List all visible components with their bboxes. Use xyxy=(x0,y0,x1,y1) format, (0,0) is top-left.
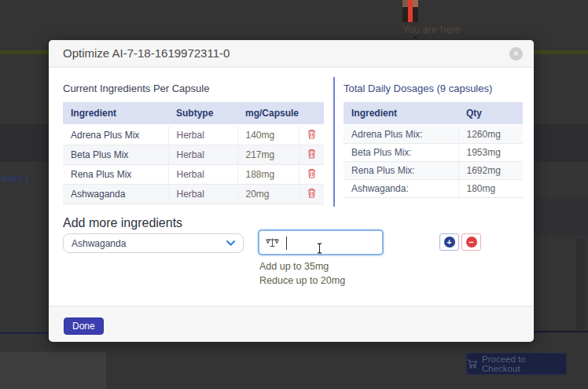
logo-left-cap xyxy=(402,0,408,7)
background-divider xyxy=(0,332,49,334)
proceed-to-checkout-button[interactable]: Proceed to Checkout xyxy=(466,353,567,375)
table-row: Rena Plus Mix: 1692mg xyxy=(344,162,523,180)
modal-header: Optimize AI-7-18-1619972311-0 ✕ xyxy=(49,40,534,68)
table-header-row: Ingredient Subtype mg/Capsule xyxy=(63,102,324,125)
modal-body: Current Ingredients Per Capsule Total Da… xyxy=(49,67,534,306)
delete-ingredient-icon[interactable] xyxy=(307,168,316,178)
amount-input[interactable] xyxy=(283,233,380,254)
ingredient-cell: Ashwaganda: xyxy=(344,180,458,198)
qty-cell: 1692mg xyxy=(458,162,523,180)
column-header: Qty xyxy=(458,102,523,125)
qty-cell: 1953mg xyxy=(458,144,523,162)
column-header: mg/Capsule xyxy=(237,102,299,125)
background-column xyxy=(576,238,585,330)
daily-dosages-heading: Total Daily Dosages (9 capsules) xyxy=(344,83,492,94)
ingredient-select[interactable]: Ashwaganda xyxy=(63,233,244,253)
table-row: Beta Plus Mix: 1953mg xyxy=(344,144,523,162)
close-icon[interactable]: ✕ xyxy=(509,47,523,61)
ingredient-select-value: Ashwaganda xyxy=(72,238,126,249)
plus-glyph: + xyxy=(447,238,451,247)
plus-circle-icon: + xyxy=(444,237,455,248)
delete-ingredient-icon[interactable] xyxy=(307,129,316,139)
current-ingredients-table: Ingredient Subtype mg/Capsule Adrena Plu… xyxy=(63,102,324,204)
qty-cell: 180mg xyxy=(458,180,523,198)
minus-circle-icon: − xyxy=(466,237,477,248)
background-panel xyxy=(0,352,106,389)
ingredient-cell: Rena Plus Mix: xyxy=(344,162,458,180)
add-amount-button[interactable]: + xyxy=(439,233,459,251)
hint-add-up-to: Add up to 35mg xyxy=(259,261,329,272)
background-divider xyxy=(531,331,588,332)
ingredient-cell: Adrena Plus Mix xyxy=(63,125,168,145)
you-are-here-label: You are here xyxy=(388,24,475,35)
subtype-cell: Herbal xyxy=(168,145,237,165)
daily-dosages-table: Ingredient Qty Adrena Plus Mix: 1260mg B… xyxy=(344,102,523,198)
modal-title: Optimize AI-7-18-1619972311-0 xyxy=(63,40,230,67)
chevron-down-icon xyxy=(226,240,235,246)
scales-icon xyxy=(266,237,279,248)
subtype-cell: Herbal xyxy=(168,125,237,145)
hint-reduce-up-to: Reduce up to 20mg xyxy=(259,275,345,286)
table-row: Adrena Plus Mix: 1260mg xyxy=(344,125,523,144)
site-logo xyxy=(402,0,418,22)
column-header: Ingredient xyxy=(344,102,458,125)
minus-glyph: − xyxy=(469,238,473,247)
cart-icon xyxy=(467,359,477,369)
ingredient-cell: Ashwaganda xyxy=(63,185,168,204)
column-header-actions xyxy=(299,102,324,125)
ingredient-cell: Beta Plus Mix: xyxy=(344,144,458,162)
table-row: Ashwaganda Herbal 20mg xyxy=(63,185,324,204)
amount-input-wrapper xyxy=(258,229,384,255)
you-are-here-marker xyxy=(413,36,417,39)
reduce-amount-button[interactable]: − xyxy=(461,233,481,251)
current-ingredients-heading: Current Ingredients Per Capsule xyxy=(63,83,209,94)
column-header: Ingredient xyxy=(63,102,168,125)
ibeam-cursor xyxy=(316,243,323,254)
add-more-ingredients-heading: Add more ingredients xyxy=(63,216,182,230)
background-band xyxy=(531,199,588,236)
mg-cell: 140mg xyxy=(237,125,299,145)
table-row: Adrena Plus Mix Herbal 140mg xyxy=(63,125,324,145)
section-divider xyxy=(333,77,335,207)
column-header: Subtype xyxy=(168,102,237,125)
subtype-cell: Herbal xyxy=(168,165,237,185)
text-caret xyxy=(286,237,287,250)
table-header-row: Ingredient Qty xyxy=(344,102,523,125)
ingredient-cell: Rena Plus Mix xyxy=(63,165,168,185)
mg-cell: 20mg xyxy=(237,185,299,204)
delete-ingredient-icon[interactable] xyxy=(307,149,316,159)
proceed-to-checkout-label: Proceed to Checkout xyxy=(482,354,566,373)
background-weeks-text: eeks ) xyxy=(2,173,28,184)
table-row: Ashwaganda: 180mg xyxy=(344,180,523,198)
ingredient-cell: Beta Plus Mix xyxy=(63,145,168,165)
mg-cell: 217mg xyxy=(237,145,299,165)
logo-red-stripe xyxy=(408,0,413,22)
qty-cell: 1260mg xyxy=(458,125,523,144)
mg-cell: 188mg xyxy=(237,165,299,185)
table-row: Rena Plus Mix Herbal 188mg xyxy=(63,165,324,185)
close-glyph: ✕ xyxy=(513,50,519,57)
optimize-modal: Optimize AI-7-18-1619972311-0 ✕ Current … xyxy=(49,40,534,341)
done-button[interactable]: Done xyxy=(64,317,104,335)
delete-ingredient-icon[interactable] xyxy=(307,188,316,198)
subtype-cell: Herbal xyxy=(168,185,237,204)
logo-right-cap xyxy=(413,0,418,7)
table-row: Beta Plus Mix Herbal 217mg xyxy=(63,145,324,165)
ingredient-cell: Adrena Plus Mix: xyxy=(344,125,458,144)
modal-footer: Done xyxy=(49,306,534,342)
